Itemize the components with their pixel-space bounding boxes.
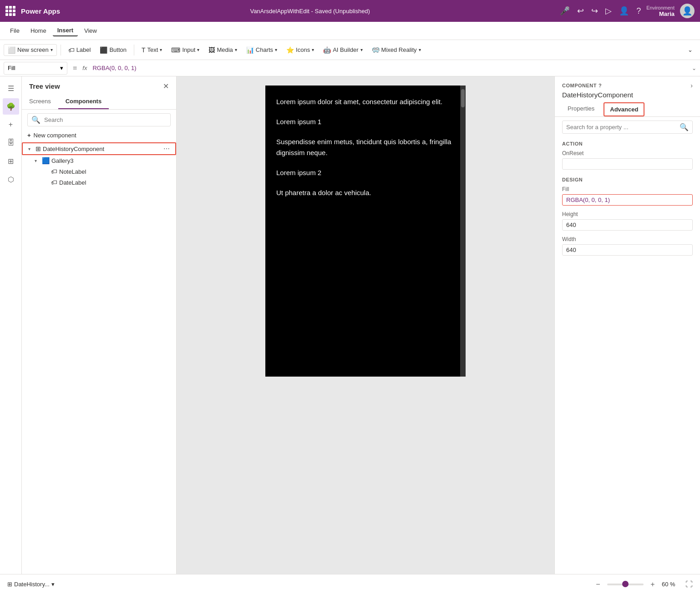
property-search-input[interactable] [566, 124, 676, 131]
zoom-out-button[interactable]: − [593, 579, 604, 590]
tree-item-notelabel[interactable]: 🏷 NoteLabel [22, 166, 176, 177]
tree-item-gallery3[interactable]: ▾ 🟦 Gallery3 [22, 155, 176, 166]
tree-panel: Tree view ✕ Screens Components 🔍 + New c… [22, 76, 177, 574]
new-component-button[interactable]: + New component [22, 130, 176, 142]
canvas-text-2: Suspendisse enim metus, tincidunt quis l… [276, 136, 455, 158]
input-button[interactable]: ⌨ Input ▾ [167, 45, 203, 55]
fullscreen-button[interactable]: ⛶ [685, 580, 693, 589]
height-field: Height [555, 209, 700, 234]
redo-icon[interactable]: ↪ [591, 6, 598, 16]
screen-name-label: DateHistory... [14, 581, 50, 588]
mixed-reality-icon: 🥽 [372, 46, 380, 54]
right-panel: COMPONENT ? › DateHistoryComponent Prope… [554, 76, 700, 574]
canvas-text-4: Ut pharetra a dolor ac vehicula. [276, 187, 455, 198]
canvas-area[interactable]: Lorem ipsum dolor sit amet, consectetur … [177, 76, 554, 574]
icons-button[interactable]: ⭐ Icons ▾ [283, 45, 318, 55]
text-btn-label: Text [147, 46, 158, 53]
on-reset-input[interactable] [562, 158, 693, 170]
new-component-plus-icon: + [27, 132, 31, 139]
zoom-in-button[interactable]: + [647, 579, 658, 590]
on-reset-field: OnReset [555, 148, 700, 173]
component-name: DateHistoryComponent [555, 91, 700, 102]
zoom-slider-thumb[interactable] [622, 581, 629, 587]
nav-icon-tree[interactable]: 🌳 [3, 98, 19, 115]
equals-sign: = [71, 64, 79, 72]
canvas-scroll-thumb[interactable] [461, 89, 465, 107]
ai-builder-button[interactable]: 🤖 AI Builder ▾ [320, 45, 366, 55]
more-toolbar-button[interactable]: ⌄ [684, 45, 696, 55]
current-screen-indicator[interactable]: ⊞ DateHistory... ▾ [7, 581, 55, 588]
env-label: Environment [646, 5, 675, 10]
nav-icon-home[interactable]: ☰ [3, 80, 19, 96]
media-icon: 🖼 [208, 46, 215, 54]
mixed-reality-chevron: ▾ [419, 47, 421, 52]
tree-title: Tree view [29, 82, 60, 90]
fill-input[interactable] [562, 194, 693, 206]
fill-prop-label: Fill [562, 186, 693, 192]
formula-input[interactable] [91, 65, 688, 71]
search-icon: 🔍 [31, 116, 41, 124]
button-button[interactable]: ⬛ Button [96, 45, 130, 55]
charts-chevron: ▾ [275, 47, 277, 52]
right-panel-header: COMPONENT ? › [555, 76, 700, 91]
tab-properties[interactable]: Properties [562, 102, 600, 116]
microphone-icon[interactable]: 🎤 [560, 6, 570, 16]
ai-builder-btn-label: AI Builder [333, 46, 358, 53]
new-screen-icon: ⬜ [8, 46, 15, 54]
component-help-icon[interactable]: ? [599, 83, 602, 88]
width-label: Width [562, 236, 693, 242]
label-btn-label: Label [76, 46, 91, 53]
charts-icon: 📊 [246, 46, 254, 54]
menu-home[interactable]: Home [26, 25, 51, 36]
nav-icon-plus[interactable]: + [3, 116, 19, 133]
button-icon: ⬛ [100, 46, 107, 54]
menu-file[interactable]: File [5, 25, 24, 36]
nav-icon-ai[interactable]: ⬡ [3, 171, 19, 187]
menu-view[interactable]: View [80, 25, 101, 36]
toolbar: ⬜ New screen ▾ 🏷 Label ⬛ Button T Text ▾… [0, 40, 700, 60]
right-panel-expand-icon[interactable]: › [690, 82, 693, 89]
gallery3-label: Gallery3 [51, 157, 171, 164]
height-input[interactable] [562, 219, 693, 231]
help-icon[interactable]: ? [636, 6, 641, 16]
width-field: Width [555, 234, 700, 259]
label-button[interactable]: 🏷 Label [65, 45, 95, 55]
datehistory-more-icon[interactable]: ⋯ [163, 145, 170, 152]
new-screen-button[interactable]: ⬜ New screen ▾ [4, 44, 57, 56]
text-button[interactable]: T Text ▾ [138, 45, 166, 55]
zoom-slider[interactable] [607, 584, 644, 585]
waffle-icon[interactable] [5, 6, 15, 16]
canvas-text-0: Lorem ipsum dolor sit amet, consectetur … [276, 96, 455, 107]
canvas-scrollbar[interactable] [460, 86, 466, 377]
tree-close-button[interactable]: ✕ [163, 82, 169, 91]
tab-advanced[interactable]: Advanced [604, 102, 644, 116]
action-section-label: ACTION [555, 137, 700, 148]
tree-item-datehistorycomponent[interactable]: ▾ ⊞ DateHistoryComponent ⋯ [22, 142, 176, 155]
notelabel-label: NoteLabel [59, 168, 171, 175]
tab-components[interactable]: Components [58, 94, 109, 109]
undo-icon[interactable]: ↩ [577, 6, 584, 16]
datelabel-label: DateLabel [59, 179, 171, 186]
play-icon[interactable]: ▷ [605, 6, 612, 16]
avatar[interactable]: 👤 [680, 4, 695, 18]
user-icon[interactable]: 👤 [619, 6, 629, 16]
tab-screens[interactable]: Screens [22, 94, 58, 109]
nav-icon-data[interactable]: 🗄 [3, 135, 19, 151]
menu-insert[interactable]: Insert [53, 25, 78, 36]
icons-btn-label: Icons [296, 46, 310, 53]
fill-dropdown[interactable]: Fill ▾ [4, 62, 67, 75]
nav-icon-component[interactable]: ⊞ [3, 153, 19, 169]
charts-button[interactable]: 📊 Charts ▾ [243, 45, 281, 55]
screen-chevron-icon: ▾ [51, 581, 55, 588]
media-button[interactable]: 🖼 Media ▾ [205, 45, 240, 55]
formula-expand-icon[interactable]: ⌄ [692, 65, 696, 71]
property-search-box[interactable]: 🔍 [562, 121, 693, 134]
datehistory-label: DateHistoryComponent [43, 146, 162, 152]
width-input[interactable] [562, 244, 693, 256]
tree-item-datelabel[interactable]: 🏷 DateLabel [22, 177, 176, 188]
tree-search-box[interactable]: 🔍 [27, 113, 171, 126]
tree-tabs: Screens Components [22, 94, 176, 110]
mixed-reality-button[interactable]: 🥽 Mixed Reality ▾ [368, 45, 425, 55]
tree-search-input[interactable] [44, 116, 167, 123]
doc-title: VanArsdelAppWithEdit - Saved (Unpublishe… [191, 8, 430, 15]
